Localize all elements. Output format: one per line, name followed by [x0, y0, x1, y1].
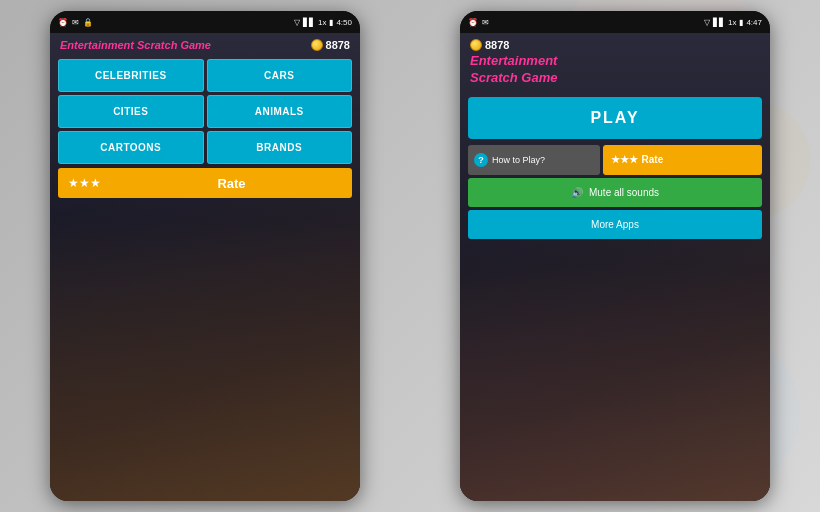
- network-icon: 1x: [318, 18, 326, 27]
- mute-label: Mute all sounds: [589, 187, 659, 198]
- how-to-play-label: How to Play?: [492, 155, 545, 165]
- category-cities[interactable]: CITIES: [58, 95, 204, 128]
- category-brands[interactable]: BRANDS: [207, 131, 353, 164]
- rate-stars-2: ★★★: [611, 154, 638, 165]
- coin-value-1: 8878: [326, 39, 350, 51]
- how-to-play-button[interactable]: ? How to Play?: [468, 145, 600, 175]
- rate-stars-1: ★★★: [58, 168, 111, 198]
- wifi-icon-2: ▽: [704, 18, 710, 27]
- category-celebrities[interactable]: CELEBRITIES: [58, 59, 204, 92]
- time-display-1: 4:50: [336, 18, 352, 27]
- app-header-1: Entertainment Scratch Game 8878: [50, 33, 360, 55]
- rate-label-2: Rate: [642, 154, 664, 165]
- rate-button-2[interactable]: ★★★ Rate: [603, 145, 762, 175]
- status-icons-right: ▽ ▋▋ 1x ▮ 4:50: [294, 18, 352, 27]
- notif-icon-2: ✉: [482, 18, 489, 27]
- coin-value-2: 8878: [485, 39, 509, 51]
- coin-area-2: 8878: [470, 39, 509, 51]
- rate-label-1: Rate: [111, 176, 352, 191]
- phone-1-screen: Entertainment Scratch Game 8878 CELEBRIT…: [50, 33, 360, 501]
- time-display-2: 4:47: [746, 18, 762, 27]
- more-apps-button[interactable]: More Apps: [468, 210, 762, 239]
- wifi-icon: ▽: [294, 18, 300, 27]
- question-icon: ?: [474, 153, 488, 167]
- coin-area-1: 8878: [311, 39, 350, 51]
- rate-bar-1[interactable]: ★★★ Rate: [58, 168, 352, 198]
- app-background: ⏰ ✉ 🔒 ▽ ▋▋ 1x ▮ 4:50 Entertainment Scrat…: [0, 0, 820, 512]
- battery-icon: ▮: [329, 18, 333, 27]
- play-button[interactable]: PLAY: [468, 97, 762, 139]
- mute-button[interactable]: 🔊 Mute all sounds: [468, 178, 762, 207]
- signal-icon: ▋▋: [303, 18, 315, 27]
- app-header-2: 8878 Entertainment Scratch Game: [460, 33, 770, 89]
- phone-2-screen: 8878 Entertainment Scratch Game PLAY ? H…: [460, 33, 770, 501]
- lock-icon: 🔒: [83, 18, 93, 27]
- menu-row-1: ? How to Play? ★★★ Rate: [468, 145, 762, 175]
- network-icon-2: 1x: [728, 18, 736, 27]
- signal-icon-2: ▋▋: [713, 18, 725, 27]
- clock-icon-2: ⏰: [468, 18, 478, 27]
- status-bar-2: ⏰ ✉ ▽ ▋▋ 1x ▮ 4:47: [460, 11, 770, 33]
- category-animals[interactable]: ANIMALS: [207, 95, 353, 128]
- coin-icon-2: [470, 39, 482, 51]
- clock-icon: ⏰: [58, 18, 68, 27]
- speaker-icon: 🔊: [571, 187, 583, 198]
- phone-1: ⏰ ✉ 🔒 ▽ ▋▋ 1x ▮ 4:50 Entertainment Scrat…: [50, 11, 360, 501]
- battery-icon-2: ▮: [739, 18, 743, 27]
- status-icons-right-2: ▽ ▋▋ 1x ▮ 4:47: [704, 18, 762, 27]
- category-cartoons[interactable]: CARTOONS: [58, 131, 204, 164]
- notif-icon: ✉: [72, 18, 79, 27]
- status-icons-left-2: ⏰ ✉: [468, 18, 489, 27]
- app-title-1: Entertainment Scratch Game: [60, 39, 211, 51]
- phone-2: ⏰ ✉ ▽ ▋▋ 1x ▮ 4:47 8878 Entertainment S: [460, 11, 770, 501]
- category-grid: CELEBRITIES CARS CITIES ANIMALS CARTOONS…: [58, 59, 352, 164]
- app-title-2: Entertainment Scratch Game: [470, 53, 557, 87]
- category-cars[interactable]: CARS: [207, 59, 353, 92]
- status-icons-left: ⏰ ✉ 🔒: [58, 18, 93, 27]
- bottom-menu: ? How to Play? ★★★ Rate 🔊 Mute all sound…: [468, 145, 762, 239]
- status-bar-1: ⏰ ✉ 🔒 ▽ ▋▋ 1x ▮ 4:50: [50, 11, 360, 33]
- coin-icon-1: [311, 39, 323, 51]
